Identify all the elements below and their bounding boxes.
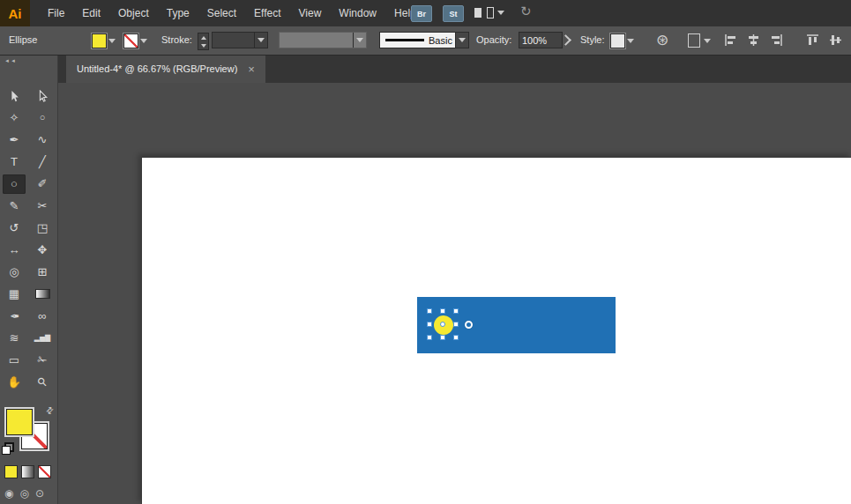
- menu-file[interactable]: File: [39, 0, 73, 26]
- selection-handle[interactable]: [427, 322, 432, 327]
- selection-handle[interactable]: [440, 335, 445, 340]
- style-label: Style:: [580, 26, 605, 54]
- blend-tool[interactable]: ∞: [31, 307, 54, 326]
- stroke-color-swatch[interactable]: [123, 33, 147, 48]
- document-setup-dropdown[interactable]: [688, 33, 711, 48]
- stock-button[interactable]: St: [443, 5, 464, 22]
- zoom-tool[interactable]: ⚲: [31, 373, 54, 392]
- rotate-tool[interactable]: ↺: [3, 219, 26, 238]
- line-segment-tool[interactable]: ╱: [31, 152, 54, 172]
- arrange-documents-icon[interactable]: [474, 7, 504, 19]
- symbol-sprayer-tool[interactable]: ≋: [3, 329, 26, 348]
- menu-view[interactable]: View: [290, 0, 331, 26]
- opacity-input[interactable]: [519, 32, 563, 48]
- ellipse-pie-widget[interactable]: [465, 321, 473, 329]
- stroke-none-swatch-icon: [123, 33, 138, 48]
- column-graph-tool[interactable]: ▂▅▇: [31, 329, 54, 348]
- brush-name: Basic: [429, 35, 452, 46]
- align-horizontal-right-icon[interactable]: [769, 33, 784, 48]
- chevron-down-icon: [497, 11, 504, 15]
- menu-list: File Edit Object Type Select Effect View…: [39, 0, 425, 26]
- type-tool[interactable]: T: [3, 152, 26, 172]
- gradient-button[interactable]: [21, 465, 34, 478]
- tab-close-icon[interactable]: ×: [248, 63, 255, 76]
- swap-fill-stroke-icon[interactable]: ⇄: [43, 404, 56, 417]
- selection-handle[interactable]: [453, 335, 459, 340]
- none-button[interactable]: [38, 465, 51, 478]
- arrange-thumb: [474, 8, 481, 18]
- fill-swatch-icon: [92, 33, 107, 48]
- stroke-label[interactable]: Stroke:: [161, 26, 192, 54]
- menu-bar: Ai File Edit Object Type Select Effect V…: [0, 0, 851, 26]
- pencil-tool[interactable]: ✎: [3, 196, 26, 216]
- selection-handle[interactable]: [427, 335, 432, 340]
- center-point-handle[interactable]: [440, 322, 445, 327]
- chevron-down-icon: [258, 38, 265, 42]
- align-horizontal-center-icon[interactable]: [746, 33, 761, 48]
- canvas[interactable]: [58, 83, 851, 504]
- menu-type[interactable]: Type: [158, 0, 198, 26]
- selection-handle[interactable]: [427, 308, 432, 314]
- draw-normal-icon[interactable]: ◉: [4, 487, 13, 500]
- scale-tool[interactable]: ◳: [31, 219, 54, 238]
- chevron-down-icon: [108, 39, 116, 43]
- align-vertical-top-icon[interactable]: [805, 33, 820, 48]
- color-button[interactable]: [4, 465, 18, 478]
- opacity-label[interactable]: Opacity:: [476, 26, 511, 54]
- menu-select[interactable]: Select: [198, 0, 245, 26]
- selection-bounding-box: [429, 311, 456, 337]
- magic-wand-tool[interactable]: ✧: [3, 108, 26, 128]
- ellipse-tool[interactable]: ○: [3, 174, 26, 194]
- menu-object[interactable]: Object: [109, 0, 158, 26]
- menu-window[interactable]: Window: [330, 0, 385, 26]
- stepper-down-icon: [201, 44, 206, 48]
- direct-selection-tool[interactable]: [31, 86, 54, 106]
- chevron-down-icon: [140, 39, 147, 43]
- free-transform-tool[interactable]: ✥: [31, 241, 54, 260]
- drawing-mode-buttons: ◉ ◎ ⊙: [4, 487, 57, 500]
- eyedropper-tool[interactable]: ✒: [3, 307, 26, 326]
- style-select[interactable]: [610, 33, 634, 48]
- bridge-button[interactable]: Br: [411, 5, 432, 22]
- default-fill-stroke-icon[interactable]: [2, 442, 14, 455]
- document-tab-strip: Untitled-4* @ 66.67% (RGB/Preview) ×: [58, 55, 851, 83]
- cc-sync-icon[interactable]: ↻: [520, 4, 532, 19]
- artboard[interactable]: [141, 157, 851, 504]
- width-tool[interactable]: ↔: [3, 241, 26, 260]
- selection-handle[interactable]: [440, 308, 445, 314]
- menu-edit[interactable]: Edit: [73, 0, 109, 26]
- default-fill-square: [2, 446, 11, 455]
- hand-tool[interactable]: ✋: [3, 373, 26, 392]
- fill-color-box[interactable]: [6, 409, 33, 435]
- stroke-weight-stepper[interactable]: [198, 33, 209, 50]
- document-tab[interactable]: Untitled-4* @ 66.67% (RGB/Preview) ×: [66, 55, 265, 83]
- artboard-tool[interactable]: ▭: [3, 351, 26, 370]
- align-group: [723, 33, 851, 48]
- selection-handle[interactable]: [453, 308, 459, 314]
- width-profile-select[interactable]: [279, 32, 367, 48]
- gradient-tool[interactable]: [31, 285, 54, 304]
- color-mode-buttons: [4, 465, 57, 478]
- selection-tool[interactable]: [3, 86, 26, 106]
- paintbrush-tool[interactable]: ✐: [31, 174, 54, 194]
- brush-definition-select[interactable]: Basic: [379, 32, 469, 48]
- selection-handle[interactable]: [453, 322, 459, 327]
- scissors-tool[interactable]: ✂: [31, 196, 54, 216]
- recolor-artwork-icon[interactable]: ⊛: [656, 28, 668, 53]
- chevron-down-icon: [704, 39, 711, 43]
- mesh-tool[interactable]: ▦: [3, 285, 26, 304]
- curvature-tool[interactable]: ∿: [31, 130, 54, 150]
- shape-builder-tool[interactable]: ◎: [3, 263, 26, 282]
- draw-behind-icon[interactable]: ◎: [19, 487, 28, 500]
- stroke-weight-select[interactable]: [212, 32, 268, 48]
- align-horizontal-left-icon[interactable]: [723, 33, 738, 48]
- pen-tool[interactable]: ✒: [3, 130, 26, 150]
- collapse-panel-button[interactable]: ◄◄: [0, 55, 57, 70]
- menu-effect[interactable]: Effect: [245, 0, 289, 26]
- align-vertical-center-icon[interactable]: [828, 33, 843, 48]
- perspective-grid-tool[interactable]: ⊞: [31, 263, 54, 282]
- fill-color-swatch[interactable]: [92, 33, 116, 48]
- draw-inside-icon[interactable]: ⊙: [35, 487, 44, 500]
- lasso-tool[interactable]: ○: [31, 108, 54, 128]
- slice-tool[interactable]: ✁: [31, 351, 54, 370]
